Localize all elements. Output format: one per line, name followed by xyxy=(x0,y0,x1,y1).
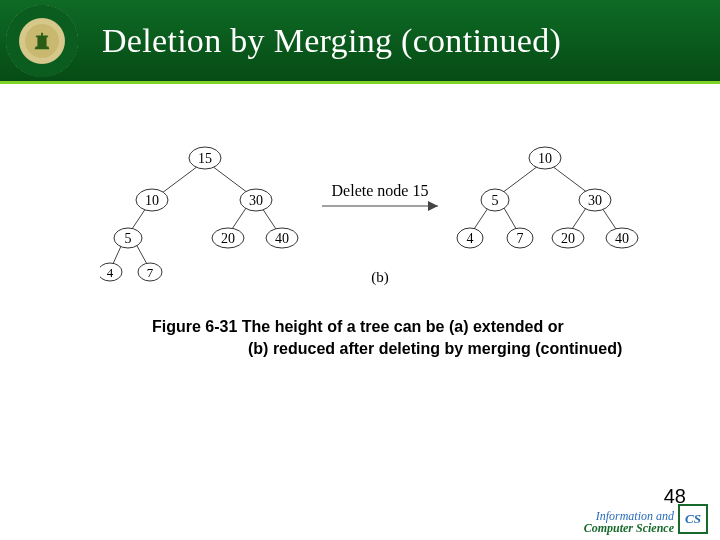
svg-line-6 xyxy=(136,244,148,266)
dept-text-bottom: Computer Science xyxy=(584,522,674,534)
svg-text:40: 40 xyxy=(615,231,629,246)
dept-abbr-badge: CS xyxy=(678,504,708,534)
svg-text:40: 40 xyxy=(275,231,289,246)
svg-text:7: 7 xyxy=(147,265,154,280)
svg-text:10: 10 xyxy=(538,151,552,166)
svg-text:4: 4 xyxy=(467,231,474,246)
svg-text:15: 15 xyxy=(198,151,212,166)
svg-text:20: 20 xyxy=(561,231,575,246)
delete-arrow: Delete node 15 xyxy=(322,182,438,211)
svg-text:30: 30 xyxy=(249,193,263,208)
svg-text:10: 10 xyxy=(145,193,159,208)
svg-text:4: 4 xyxy=(107,265,114,280)
caption-line-1: Figure 6-31 The height of a tree can be … xyxy=(152,316,690,338)
slide-header: Deletion by Merging (continued) xyxy=(0,0,720,84)
svg-text:5: 5 xyxy=(492,193,499,208)
slide-title: Deletion by Merging (continued) xyxy=(102,22,561,60)
svg-text:Delete node 15: Delete node 15 xyxy=(332,182,429,199)
figure-diagram: 15 10 30 5 20 40 4 7 Delete node 15 xyxy=(96,134,670,302)
seal-tower-icon xyxy=(25,24,59,58)
svg-text:(b): (b) xyxy=(371,269,389,286)
svg-line-0 xyxy=(158,166,198,196)
department-logo: Information and Computer Science CS xyxy=(584,504,708,534)
university-seal xyxy=(6,5,78,77)
tree-diagram-svg: 15 10 30 5 20 40 4 7 Delete node 15 xyxy=(100,140,660,288)
svg-marker-25 xyxy=(428,201,438,211)
svg-text:20: 20 xyxy=(221,231,235,246)
figure-caption: Figure 6-31 The height of a tree can be … xyxy=(100,316,690,359)
svg-text:7: 7 xyxy=(517,231,524,246)
caption-line-2: (b) reduced after deleting by merging (c… xyxy=(152,338,690,360)
svg-text:5: 5 xyxy=(125,231,132,246)
svg-line-5 xyxy=(112,244,122,266)
slide-body: 15 10 30 5 20 40 4 7 Delete node 15 xyxy=(0,84,720,359)
svg-text:30: 30 xyxy=(588,193,602,208)
